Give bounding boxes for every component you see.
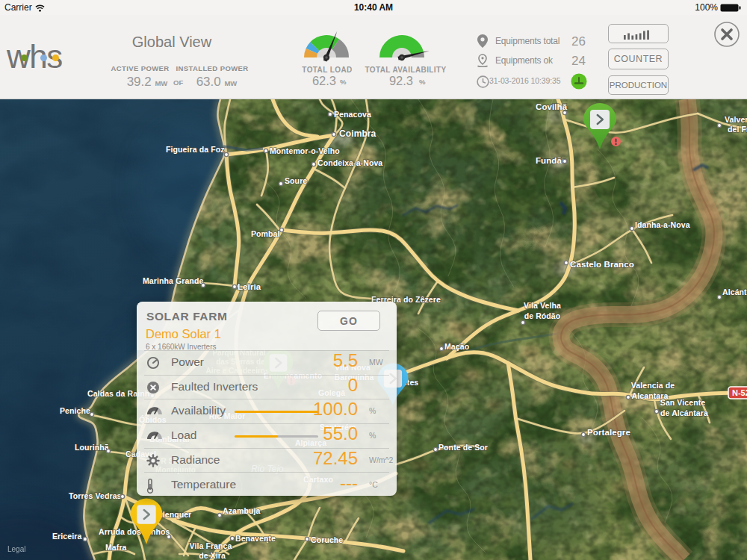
svg-text:Torres Vedras: Torres Vedras [69, 491, 122, 500]
svg-text:Mafra: Mafra [105, 543, 127, 552]
svg-text:Lourinhã: Lourinhã [75, 443, 109, 452]
svg-text:Figueira da Foz: Figueira da Foz [166, 145, 225, 154]
svg-text:%: % [419, 78, 426, 86]
svg-text:Vila Franca: Vila Franca [190, 541, 232, 550]
svg-text:Alcánt: Alcánt [722, 287, 747, 296]
svg-text:Soure: Soure [285, 176, 307, 185]
svg-text:Condeixa-a-Nova: Condeixa-a-Nova [317, 158, 382, 167]
svg-text:Portalegre: Portalegre [587, 428, 630, 437]
svg-text:Valencia de: Valencia de [631, 381, 675, 390]
svg-text:Castelo Branco: Castelo Branco [570, 260, 634, 269]
svg-text:62.3: 62.3 [312, 74, 336, 87]
svg-text:Mação: Mação [444, 342, 469, 351]
svg-text:Benavente: Benavente [235, 534, 276, 543]
svg-text:%: % [340, 78, 347, 86]
svg-text:Ponte de Sor: Ponte de Sor [438, 443, 488, 452]
svg-text:N-52: N-52 [732, 388, 747, 397]
svg-text:92.3: 92.3 [389, 74, 413, 87]
svg-text:TOTAL LOAD: TOTAL LOAD [302, 66, 352, 74]
svg-text:Ericeira: Ericeira [52, 532, 81, 541]
svg-text:Vila Velha: Vila Velha [524, 301, 561, 310]
svg-text:Penacova: Penacova [334, 110, 371, 119]
svg-text:Fundão: Fundão [536, 156, 567, 165]
svg-text:de Xira: de Xira [199, 551, 226, 560]
svg-text:Leiria: Leiria [238, 282, 261, 291]
svg-text:del Fre: del Fre [728, 125, 747, 134]
svg-text:Idanha-a-Nova: Idanha-a-Nova [635, 220, 690, 229]
svg-text:Coruche: Coruche [311, 535, 343, 544]
svg-text:TOTAL AVAILABILITY: TOTAL AVAILABILITY [365, 66, 446, 74]
svg-text:San Vicente: San Vicente [660, 398, 705, 407]
svg-text:de Ródão: de Ródão [524, 311, 561, 320]
svg-text:Coimbra: Coimbra [339, 128, 376, 139]
svg-text:de Alcántara: de Alcántara [660, 408, 708, 417]
svg-text:Arruda dos Vinhos: Arruda dos Vinhos [99, 527, 170, 536]
svg-text:Pombal: Pombal [251, 229, 280, 238]
svg-text:Valver: Valver [725, 115, 747, 124]
svg-text:Marinha Grande: Marinha Grande [143, 276, 203, 285]
svg-text:Legal: Legal [7, 545, 25, 553]
svg-text:Montemor-o-Velho: Montemor-o-Velho [270, 146, 340, 155]
svg-text:Peniche: Peniche [60, 406, 90, 415]
svg-text:Azambuja: Azambuja [223, 506, 260, 515]
svg-text:Covilhã: Covilhã [536, 102, 568, 111]
